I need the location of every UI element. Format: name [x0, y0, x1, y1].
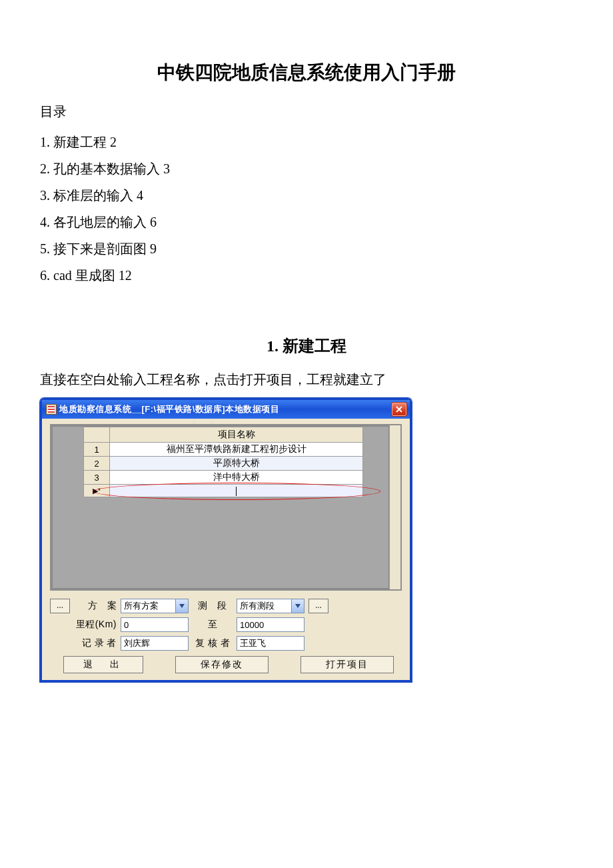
new-row-marker: ▶*: [84, 485, 110, 497]
chevron-down-icon: [175, 599, 188, 613]
toc-item: 2. 孔的基本数据输入 3: [40, 155, 573, 182]
fang-an-combo[interactable]: 所有方案: [121, 599, 189, 613]
table-row-new[interactable]: ▶*: [84, 485, 363, 497]
project-name-input-cell[interactable]: [110, 485, 363, 497]
close-icon: [395, 406, 403, 413]
toc-item: 4. 各孔地层的输入 6: [40, 209, 573, 235]
section-heading: 1. 新建工程: [40, 335, 573, 357]
row-number: 3: [84, 471, 110, 485]
toc-item: 1. 新建工程 2: [40, 129, 573, 155]
open-project-button[interactable]: 打开项目: [301, 656, 394, 673]
licheng-input[interactable]: 0: [121, 617, 189, 632]
app-icon: [46, 404, 57, 415]
zhi-label: 至: [193, 619, 233, 631]
toc-item: 3. 标准层的输入 4: [40, 182, 573, 209]
project-name-cell[interactable]: 洋中特大桥: [110, 471, 363, 485]
section-body: 直接在空白处输入工程名称，点击打开项目，工程就建立了: [40, 367, 573, 391]
fuhezhe-label: 复 核 者: [193, 637, 233, 649]
grid-column-header[interactable]: 项目名称: [110, 427, 363, 443]
ce-duan-combo[interactable]: 所有测段: [237, 599, 305, 613]
toc-item: 6. cad 里成图 12: [40, 262, 573, 289]
toc-heading: 目录: [40, 103, 573, 121]
dialog-window: 地质勘察信息系统__[F:\福平铁路\数据库]本地数据项目 www.bdocx.…: [40, 398, 412, 682]
close-button[interactable]: [391, 402, 407, 417]
jiluzhe-input[interactable]: 刘庆辉: [121, 636, 189, 651]
grid-scrollbar[interactable]: [389, 425, 400, 589]
chevron-down-icon: [291, 599, 304, 613]
doc-title: 中铁四院地质信息系统使用入门手册: [40, 60, 573, 85]
grid-corner: [84, 427, 110, 443]
licheng-label: 里程(Km): [74, 619, 117, 631]
fang-an-value: 所有方案: [121, 600, 175, 612]
table-row[interactable]: 1 福州至平潭铁路新建工程初步设计: [84, 443, 363, 457]
table-row[interactable]: 3 洋中特大桥: [84, 471, 363, 485]
browse-left-button[interactable]: ...: [50, 599, 70, 613]
text-caret-icon: [236, 487, 237, 496]
ce-duan-label: 测 段: [193, 600, 233, 612]
browse-right-button[interactable]: ...: [308, 599, 328, 613]
zhi-input[interactable]: 10000: [237, 617, 305, 632]
exit-button[interactable]: 退 出: [63, 656, 143, 673]
fang-an-label: 方 案: [74, 600, 117, 612]
project-name-cell[interactable]: 平原特大桥: [110, 457, 363, 471]
project-name-cell[interactable]: 福州至平潭铁路新建工程初步设计: [110, 443, 363, 457]
row-number: 2: [84, 457, 110, 471]
table-row[interactable]: 2 平原特大桥: [84, 457, 363, 471]
jiluzhe-label: 记 录 者: [74, 637, 117, 649]
row-number: 1: [84, 443, 110, 457]
window-title: 地质勘察信息系统__[F:\福平铁路\数据库]本地数据项目: [59, 403, 279, 415]
titlebar[interactable]: 地质勘察信息系统__[F:\福平铁路\数据库]本地数据项目: [42, 400, 410, 419]
ce-duan-value: 所有测段: [237, 600, 291, 612]
project-grid[interactable]: 项目名称 1 福州至平潭铁路新建工程初步设计 2 平原特大桥 3 洋中特大桥: [50, 424, 402, 591]
fuhezhe-input[interactable]: 王亚飞: [237, 636, 305, 651]
save-button[interactable]: 保存修改: [175, 656, 269, 673]
toc-item: 5. 接下来是剖面图 9: [40, 235, 573, 262]
